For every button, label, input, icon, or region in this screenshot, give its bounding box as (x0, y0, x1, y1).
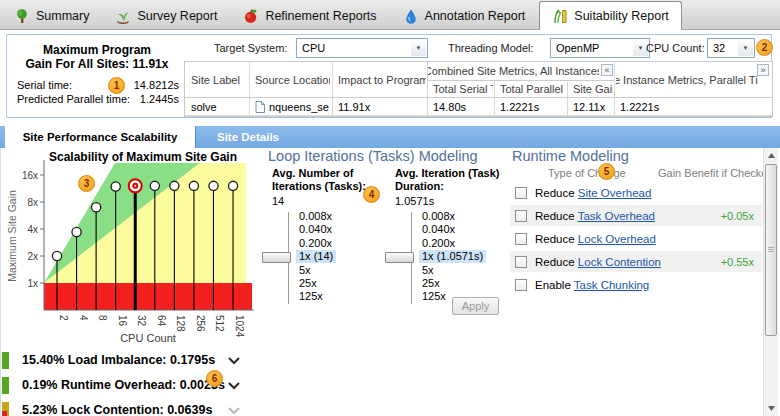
option-link[interactable]: Lock Contention (578, 256, 661, 268)
tab-site-performance-scalability[interactable]: Site Performance Scalability (5, 126, 196, 148)
chevron-down-icon[interactable] (228, 406, 240, 415)
iteration-duration-slider-group: Avg. Iteration (Task) Duration:1.0571s0.… (395, 167, 515, 306)
checkbox[interactable] (515, 256, 527, 268)
svg-text:1024: 1024 (234, 315, 245, 338)
cell-total-parallel-time[interactable]: 1.2221s (494, 98, 567, 115)
svg-text:4x: 4x (27, 224, 38, 235)
runtime-option-text: Reduce Lock Contention (535, 256, 661, 268)
callout-badge-6: 6 (206, 370, 223, 387)
scroll-up-button[interactable] (764, 148, 778, 163)
report-tab-suitability-report[interactable]: Suitability Report (539, 1, 682, 30)
svg-text:16: 16 (117, 315, 128, 327)
slider-option[interactable]: 0.008x (296, 210, 335, 223)
report-tab-annotation-report[interactable]: Annotation Report (391, 2, 538, 29)
runtime-option-text: Enable Task Chunking (535, 279, 649, 291)
issue-text: 0.19% Runtime Overhead: 0.0023s (22, 378, 225, 392)
vertical-scrollbar[interactable] (763, 148, 778, 416)
chevron-down-icon[interactable] (228, 356, 240, 365)
option-link[interactable]: Site Overhead (578, 187, 652, 199)
slider-option[interactable]: 0.008x (419, 210, 458, 223)
scrollbar-thumb[interactable] (765, 164, 777, 336)
max-program-gain-title: Maximum Program Gain For All Sites: 11.9… (13, 43, 181, 71)
option-prefix: Enable (535, 279, 574, 291)
cell-total-serial-time[interactable]: 14.80s (427, 98, 494, 115)
checkbox[interactable] (515, 210, 527, 222)
serial-time-row: Serial time: 14.8212s (17, 79, 181, 92)
slider-option[interactable]: 0.200x (296, 237, 335, 250)
slider-option[interactable]: 5x (419, 264, 437, 277)
cell-source-location[interactable]: nqueens_se ... (249, 98, 332, 115)
report-tab-summary[interactable]: Summary (2, 2, 101, 29)
option-link[interactable]: Task Overhead (578, 210, 655, 222)
slider-option[interactable]: 25x (419, 277, 443, 290)
runtime-modeling-rows: Reduce Site OverheadReduce Task Overhead… (510, 182, 762, 297)
col-header-site-gain[interactable]: Site Gain (573, 80, 613, 97)
slider-option[interactable]: 0.040x (419, 223, 458, 236)
cpu-count-select[interactable]: 32 ▼ (707, 38, 755, 58)
tab-label: Annotation Report (425, 9, 526, 23)
cell-impact[interactable]: 11.91x (332, 98, 427, 115)
cell-site-instance-parallel-time[interactable]: 1.2221s (614, 98, 772, 115)
cell-site-gain[interactable]: 12.11x (567, 98, 614, 115)
suitability-summary-panel: Maximum Program Gain For All Sites: 11.9… (6, 34, 772, 118)
checkbox[interactable] (515, 187, 527, 199)
tab-site-details[interactable]: Site Details (198, 126, 298, 148)
gain-benefit-value: +0.05x (721, 210, 754, 222)
slider-thumb[interactable] (385, 252, 414, 263)
option-link[interactable]: Lock Overhead (578, 233, 656, 245)
svg-text:1x: 1x (27, 278, 38, 289)
slider-thumb[interactable] (262, 252, 291, 263)
file-icon (255, 101, 265, 113)
tree-icon (14, 8, 30, 24)
option-prefix: Reduce (535, 256, 578, 268)
option-prefix: Reduce (535, 210, 578, 222)
issue-item: 5.23% Lock Contention: 0.0639s (0, 399, 250, 416)
svg-text:4: 4 (78, 315, 89, 321)
col-header-impact[interactable]: Impact to Program Gain (338, 62, 426, 97)
slider-option[interactable]: 0.200x (419, 237, 458, 250)
collapse-columns-button[interactable]: « (601, 64, 613, 76)
report-tab-survey-report[interactable]: Survey Report (103, 2, 229, 29)
site-issues-list: 15.40% Load Imbalance: 0.1795s0.19% Runt… (0, 349, 260, 416)
slider-option[interactable]: 5x (296, 264, 314, 277)
svg-text:8x: 8x (27, 197, 38, 208)
cpu-count-label: CPU Count: (646, 42, 705, 54)
vertical-slider[interactable]: 0.008x0.040x0.200x1x (14)5x25x125x (272, 210, 394, 306)
slider-option[interactable]: 1x (14) (296, 250, 336, 263)
vertical-slider[interactable]: 0.008x0.040x0.200x1x (1.0571s)5x25x125x (395, 210, 515, 306)
option-prefix: Reduce (535, 187, 578, 199)
cell-site-label[interactable]: solve (185, 98, 249, 115)
tab-label: Survey Report (137, 9, 217, 23)
slider-option[interactable]: 0.040x (296, 223, 335, 236)
checkbox[interactable] (515, 233, 527, 245)
predicted-parallel-time-row: Predicted Parallel time: 1.2445s (17, 93, 181, 106)
col-header-total-parallel-time[interactable]: Total Parallel Time (500, 80, 566, 97)
threading-model-select[interactable]: OpenMP ▼ (550, 38, 650, 58)
col-header-site-label[interactable]: Site Label (191, 62, 247, 97)
triangle-up-icon (768, 153, 775, 158)
chevron-down-icon[interactable] (228, 381, 240, 390)
col-header-total-serial-time[interactable]: Total Serial Time (433, 80, 493, 97)
scrollbar-grip (768, 247, 774, 252)
callout-badge-4: 4 (363, 186, 380, 203)
scalability-chart[interactable]: 1x2x4x8x16x2481632641282565121024CPU Cou… (0, 150, 262, 350)
apply-button[interactable]: Apply (452, 297, 499, 315)
col-header-source-location[interactable]: Source Location (255, 62, 330, 97)
svg-text:2x: 2x (27, 251, 38, 262)
col-header-site-instance-metrics[interactable]: Site Instance Metrics, Parallel Time (616, 62, 758, 97)
callout-badge-1: 1 (108, 77, 125, 94)
report-tab-refinement-reports[interactable]: Refinement Reports (231, 2, 388, 29)
triangle-down-icon (768, 406, 775, 411)
slider-option[interactable]: 25x (296, 277, 320, 290)
slider-option[interactable]: 125x (419, 290, 449, 303)
checkbox[interactable] (515, 279, 527, 291)
loop-iterations-modeling-header: Loop Iterations (Tasks) Modeling (268, 148, 478, 164)
slider-option[interactable]: 1x (1.0571s) (419, 250, 486, 263)
callout-badge-5: 5 (598, 163, 615, 180)
target-system-select[interactable]: CPU ▼ (296, 38, 428, 58)
tab-label: Refinement Reports (265, 9, 376, 23)
scroll-down-button[interactable] (764, 401, 778, 416)
expand-columns-button[interactable]: » (757, 64, 769, 76)
slider-option[interactable]: 125x (296, 290, 326, 303)
option-link[interactable]: Task Chunking (574, 279, 649, 291)
